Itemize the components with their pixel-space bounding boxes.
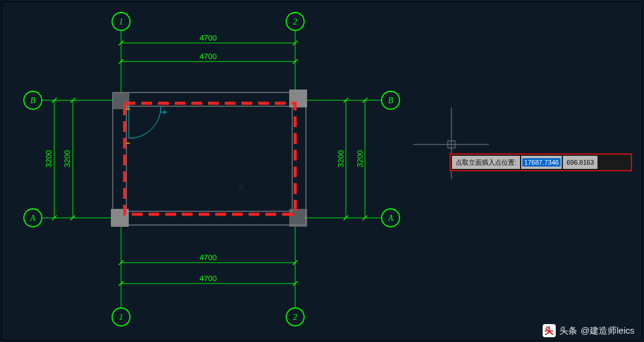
- coordinate-input-box[interactable]: 点取立面插入点位置: 17687.7346 696.8163: [450, 153, 632, 171]
- dim-left-inner: 3200: [63, 98, 75, 220]
- grid-bubble-2-top: 2: [286, 13, 304, 93]
- dim-left-outer: 3200: [44, 98, 57, 220]
- dim-bottom-outer: 4700: [119, 274, 298, 286]
- grid-bubble-A-left: A: [24, 209, 113, 227]
- dim-right-inner: 3200: [336, 98, 348, 220]
- svg-text:3200: 3200: [336, 150, 345, 168]
- dim-top-inner: 4700: [119, 52, 298, 64]
- svg-text:4700: 4700: [200, 33, 217, 42]
- grid-bubble-1-top: 1: [112, 13, 130, 93]
- svg-text:4700: 4700: [200, 52, 217, 61]
- grid-bubble-2-bottom: 2: [286, 227, 304, 326]
- svg-text:3200: 3200: [44, 150, 53, 168]
- attribution-prefix: 头条: [559, 325, 577, 337]
- svg-rect-58: [113, 93, 129, 109]
- grid-bubble-B-left: B: [24, 91, 113, 109]
- svg-text:A: A: [30, 214, 36, 223]
- svg-text:3200: 3200: [63, 150, 72, 168]
- svg-text:3200: 3200: [355, 150, 364, 168]
- grid-bubble-A-right: A: [304, 209, 400, 227]
- building-plan: [111, 90, 307, 227]
- grid-bubble-1-bottom: 1: [112, 227, 130, 326]
- svg-text:A: A: [388, 214, 394, 223]
- svg-text:4700: 4700: [200, 253, 217, 262]
- coordinate-prompt-label: 点取立面插入点位置:: [452, 156, 520, 169]
- coordinate-y-input[interactable]: 696.8163: [563, 156, 597, 169]
- svg-text:1: 1: [119, 313, 123, 322]
- attribution-author: @建造师leics: [581, 325, 634, 337]
- svg-text:2: 2: [293, 313, 298, 322]
- coordinate-x-input[interactable]: 17687.7346: [521, 156, 562, 169]
- grid-bubble-B-right: B: [304, 91, 400, 109]
- svg-text:2: 2: [293, 17, 298, 26]
- selection-rect: [125, 103, 295, 214]
- dim-right-outer: 3200: [355, 98, 367, 220]
- attribution: 头 头条 @建造师leics: [543, 324, 634, 337]
- watermark: X: [237, 181, 246, 193]
- door-icon: [129, 106, 167, 138]
- svg-text:1: 1: [119, 17, 123, 26]
- svg-rect-60: [289, 209, 307, 227]
- dim-top-outer: 4700: [119, 33, 298, 45]
- svg-rect-57: [126, 106, 292, 211]
- svg-text:B: B: [388, 96, 394, 105]
- svg-text:4700: 4700: [200, 274, 217, 283]
- svg-rect-56: [113, 93, 306, 225]
- dim-bottom-inner: 4700: [119, 253, 298, 265]
- svg-text:B: B: [30, 96, 36, 105]
- toutiao-logo-icon: 头: [543, 324, 556, 337]
